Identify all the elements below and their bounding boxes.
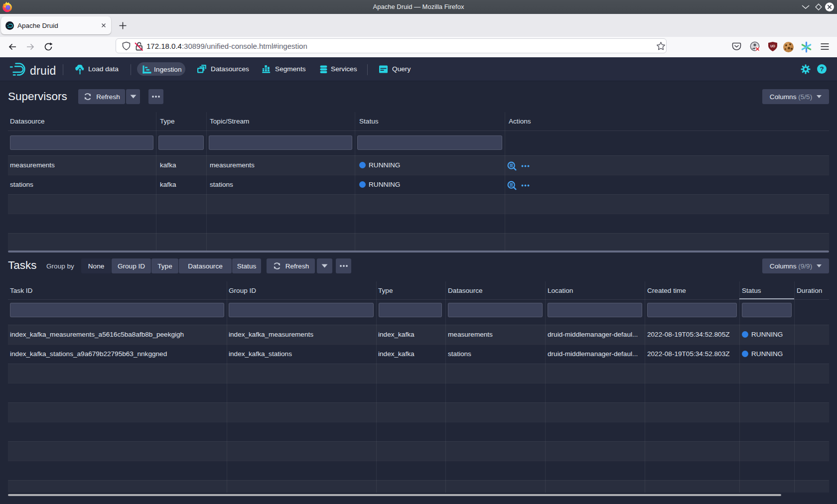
svg-text:UO: UO (770, 44, 775, 48)
